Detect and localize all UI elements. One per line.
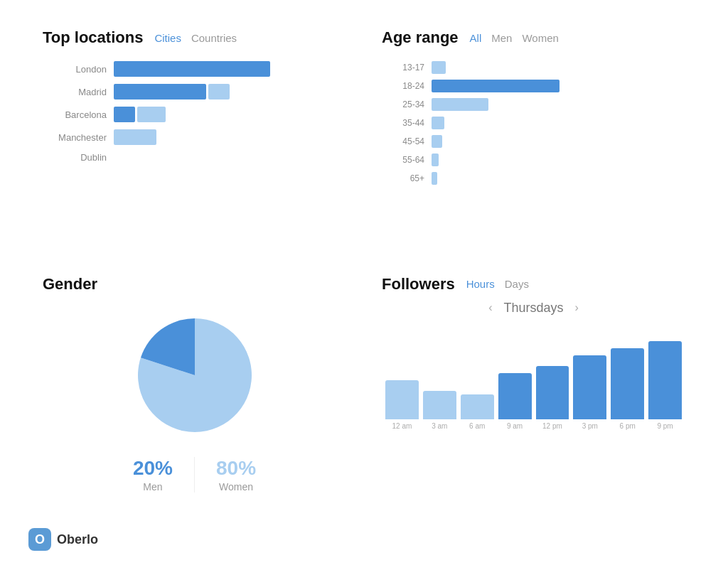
- list-item: Manchester: [50, 129, 346, 145]
- next-day-arrow[interactable]: ›: [575, 301, 579, 314]
- followers-bar-segment: [385, 380, 419, 419]
- oberlo-brand-name: Oberlo: [57, 532, 98, 547]
- age-range-panel: Age range All Men Women 13-1718-2425-343…: [368, 21, 700, 261]
- footer: O Oberlo: [0, 521, 728, 565]
- age-range-header: Age range All Men Women: [382, 28, 685, 47]
- bar-dark: [114, 107, 135, 122]
- list-item: 65+: [396, 172, 685, 185]
- top-locations-tabs: Cities Countries: [154, 32, 237, 44]
- men-label: Men: [143, 481, 162, 493]
- oberlo-logo: O: [28, 528, 51, 551]
- tab-cities[interactable]: Cities: [154, 32, 181, 44]
- city-label: Dublin: [50, 152, 107, 163]
- pie-container: [43, 315, 346, 443]
- age-label: 35-44: [396, 118, 424, 128]
- list-item: 45-54: [396, 135, 685, 148]
- tab-men[interactable]: Men: [491, 32, 512, 44]
- list-item: Barcelona: [50, 107, 346, 122]
- bar-track: [114, 129, 346, 145]
- age-label: 55-64: [396, 155, 424, 165]
- followers-time-label: 9 am: [498, 422, 532, 430]
- followers-bar-segment: [498, 373, 532, 419]
- list-item: [423, 391, 456, 419]
- list-item: [498, 373, 532, 419]
- top-locations-panel: Top locations Cities Countries LondonMad…: [28, 21, 360, 261]
- age-label: 13-17: [396, 63, 424, 72]
- tab-women[interactable]: Women: [522, 32, 558, 44]
- followers-bar-segment: [611, 348, 644, 419]
- followers-bar-segment: [648, 341, 682, 419]
- top-locations-title: Top locations: [43, 28, 143, 47]
- followers-time-label: 12 am: [385, 422, 419, 430]
- gender-panel: Gender 20% Men 80% Women: [28, 268, 360, 507]
- followers-time-label: 6 pm: [611, 422, 644, 430]
- age-label: 18-24: [396, 81, 424, 91]
- followers-title: Followers: [382, 275, 455, 294]
- age-bar-light: [432, 61, 446, 74]
- list-item: 35-44: [396, 117, 685, 129]
- list-item: [461, 394, 494, 419]
- followers-bar-segment: [423, 391, 456, 419]
- bar-dark: [114, 61, 270, 77]
- locations-chart: LondonMadridBarcelonaManchesterDublin: [43, 61, 346, 163]
- followers-bar-segment: [536, 366, 569, 419]
- age-label: 45-54: [396, 136, 424, 146]
- list-item: Madrid: [50, 84, 346, 99]
- city-label: Manchester: [50, 132, 107, 143]
- tab-days[interactable]: Days: [505, 278, 529, 290]
- gender-pie-chart: [131, 315, 259, 443]
- gender-header: Gender: [43, 275, 97, 294]
- age-bar-dark: [432, 80, 560, 92]
- gender-title: Gender: [43, 275, 97, 294]
- women-stat: 80% Women: [195, 457, 277, 493]
- list-item: 25-34: [396, 98, 685, 111]
- list-item: [611, 348, 644, 419]
- bar-track: [114, 84, 346, 99]
- women-label: Women: [219, 481, 253, 493]
- prev-day-arrow[interactable]: ‹: [488, 301, 492, 314]
- age-bar-light: [432, 135, 442, 148]
- age-bar-light: [432, 154, 439, 166]
- tab-countries[interactable]: Countries: [191, 32, 237, 44]
- bar-light: [208, 84, 230, 99]
- men-percentage: 20%: [133, 457, 173, 480]
- oberlo-icon: O: [35, 532, 45, 547]
- age-label: 65+: [396, 173, 424, 183]
- city-label: London: [50, 64, 107, 75]
- followers-bar-segment: [573, 355, 606, 419]
- list-item: [536, 366, 569, 419]
- city-label: Barcelona: [50, 109, 107, 120]
- followers-time-label: 3 am: [423, 422, 456, 430]
- bar-light: [137, 107, 166, 122]
- age-bar-light: [432, 172, 437, 185]
- bar-dark: [114, 84, 206, 99]
- followers-labels: 12 am3 am6 am9 am12 pm3 pm6 pm9 pm: [382, 419, 685, 430]
- list-item: [385, 380, 419, 419]
- age-range-title: Age range: [382, 28, 459, 47]
- city-label: Madrid: [50, 87, 107, 97]
- followers-panel: Followers Hours Days ‹ Thursdays › 12 am…: [368, 268, 700, 507]
- bar-track: [114, 107, 346, 122]
- gender-stats: 20% Men 80% Women: [43, 457, 346, 493]
- age-bar-light: [432, 117, 444, 129]
- tab-hours[interactable]: Hours: [466, 278, 495, 290]
- men-stat: 20% Men: [112, 457, 195, 493]
- age-range-tabs: All Men Women: [470, 32, 559, 44]
- list-item: London: [50, 61, 346, 77]
- list-item: 18-24: [396, 80, 685, 92]
- followers-time-label: 3 pm: [573, 422, 606, 430]
- women-percentage: 80%: [216, 457, 256, 480]
- list-item: Dublin: [50, 152, 346, 163]
- current-day: Thursdays: [503, 301, 563, 316]
- followers-time-label: 9 pm: [648, 422, 682, 430]
- bar-light: [114, 129, 156, 145]
- age-bar-light: [432, 98, 488, 111]
- bar-track: [114, 61, 346, 77]
- age-label: 25-34: [396, 99, 424, 109]
- tab-all[interactable]: All: [470, 32, 482, 44]
- age-chart: 13-1718-2425-3435-4445-5455-6465+: [382, 61, 685, 185]
- followers-header: Followers Hours Days: [382, 275, 685, 294]
- followers-bar-segment: [461, 394, 494, 419]
- list-item: 13-17: [396, 61, 685, 74]
- list-item: [573, 355, 606, 419]
